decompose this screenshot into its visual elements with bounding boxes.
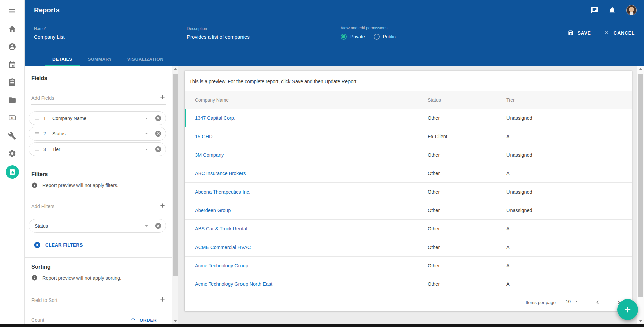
previous-page-button[interactable] bbox=[594, 298, 601, 306]
public-radio-label[interactable]: Public bbox=[383, 34, 396, 39]
add-filters-input[interactable]: Add Filters bbox=[31, 204, 54, 209]
settings-icon[interactable] bbox=[8, 149, 17, 158]
company-link[interactable]: ABC Insurance Brokers bbox=[185, 171, 428, 176]
table-row[interactable]: Aberdeen Group Other Unassigned bbox=[185, 201, 632, 220]
table-row[interactable]: 3M Company Other Unassigned bbox=[185, 146, 632, 164]
tools-icon[interactable] bbox=[8, 131, 17, 140]
user-avatar[interactable] bbox=[626, 5, 637, 15]
add-filters-plus-icon[interactable] bbox=[159, 202, 166, 209]
add-report-fab[interactable] bbox=[617, 299, 638, 320]
topbar: Reports Name* Company List Description bbox=[25, 0, 644, 66]
status-cell: Other bbox=[428, 152, 506, 158]
field-to-sort-plus-icon[interactable] bbox=[159, 296, 166, 303]
filter-pill[interactable]: Status bbox=[29, 219, 166, 233]
add-fields-plus-icon[interactable] bbox=[159, 94, 166, 101]
folder-icon[interactable] bbox=[8, 96, 17, 104]
status-cell: Other bbox=[428, 281, 506, 287]
notifications-bell-icon[interactable] bbox=[608, 6, 616, 14]
table-row[interactable]: Acme Technology Group North East Other A bbox=[185, 275, 632, 293]
scroll-up-arrow-icon[interactable] bbox=[174, 68, 177, 70]
plus-icon bbox=[623, 305, 632, 314]
field-pills: 1 Company Name 2 Status 3 Tier bbox=[31, 111, 166, 156]
chevron-down-icon[interactable] bbox=[143, 130, 150, 137]
chat-icon[interactable] bbox=[591, 6, 598, 14]
field-pill[interactable]: 1 Company Name bbox=[29, 111, 166, 125]
page-scrollbar-thumb[interactable] bbox=[638, 74, 643, 297]
filter-pill-label: Status bbox=[34, 223, 143, 229]
field-pill[interactable]: 2 Status bbox=[29, 127, 166, 141]
public-radio[interactable] bbox=[374, 34, 380, 40]
company-link[interactable]: ACME Commercial HVAC bbox=[185, 244, 428, 250]
table-row[interactable]: ABC Insurance Brokers Other A bbox=[185, 164, 632, 183]
filters-heading: Filters bbox=[31, 171, 166, 177]
clear-filters-button[interactable]: CLEAR FILTERS bbox=[34, 241, 166, 249]
items-per-page-select[interactable]: 10 bbox=[565, 298, 580, 306]
scroll-up-arrow-icon[interactable] bbox=[639, 68, 642, 70]
table-row[interactable]: 1347 Capital Corp. Other Unassigned bbox=[185, 109, 632, 127]
cancel-button[interactable]: CANCEL bbox=[603, 30, 635, 36]
private-radio[interactable] bbox=[341, 34, 347, 40]
bottom-edge-strip bbox=[0, 324, 644, 327]
drag-handle-icon[interactable] bbox=[34, 131, 39, 137]
drag-handle-icon[interactable] bbox=[34, 116, 39, 121]
items-per-page-value: 10 bbox=[566, 299, 571, 304]
tier-cell: A bbox=[506, 134, 632, 139]
remove-field-icon[interactable] bbox=[155, 130, 162, 137]
company-link[interactable]: ABS Car & Truck Rental bbox=[185, 226, 428, 231]
tier-cell: A bbox=[506, 171, 632, 176]
contacts-icon[interactable] bbox=[8, 42, 17, 51]
filter-pills: Status bbox=[31, 219, 166, 233]
panel-scrollbar[interactable] bbox=[172, 66, 178, 324]
panel-scrollbar-thumb[interactable] bbox=[173, 74, 178, 276]
company-link[interactable]: 3M Company bbox=[185, 152, 428, 158]
tier-cell: Unassigned bbox=[506, 152, 632, 158]
tier-cell: A bbox=[506, 263, 632, 268]
tab-visualization[interactable]: VISUALIZATION bbox=[120, 52, 171, 66]
private-radio-label[interactable]: Private bbox=[350, 34, 365, 39]
table-row[interactable]: Abeona Therapeutics Inc. Other Unassigne… bbox=[185, 183, 632, 201]
description-input[interactable]: Provides a list of companies bbox=[187, 34, 326, 43]
drag-handle-icon[interactable] bbox=[34, 147, 39, 152]
page-title: Reports bbox=[34, 6, 60, 14]
name-input[interactable]: Company List bbox=[34, 34, 145, 43]
remove-field-icon[interactable] bbox=[155, 115, 162, 122]
chevron-down-icon[interactable] bbox=[143, 146, 150, 152]
company-link[interactable]: Acme Technology Group bbox=[185, 263, 428, 268]
company-link[interactable]: Aberdeen Group bbox=[185, 208, 428, 213]
remove-filter-icon[interactable] bbox=[155, 222, 162, 229]
reports-icon[interactable] bbox=[6, 165, 19, 179]
page-scrollbar[interactable] bbox=[637, 66, 644, 324]
remove-field-icon[interactable] bbox=[155, 146, 162, 153]
add-fields-input[interactable]: Add Fields bbox=[31, 95, 54, 101]
billing-icon[interactable]: $ bbox=[8, 113, 17, 122]
save-button[interactable]: SAVE bbox=[568, 30, 591, 36]
save-button-label: SAVE bbox=[578, 30, 591, 36]
field-pill[interactable]: 3 Tier bbox=[29, 142, 166, 156]
field-order: 3 bbox=[43, 147, 48, 152]
company-link[interactable]: Abeona Therapeutics Inc. bbox=[185, 189, 428, 195]
field-to-sort-input[interactable]: Field to Sort bbox=[31, 297, 57, 303]
home-icon[interactable] bbox=[8, 24, 17, 33]
company-link[interactable]: 15 GHD bbox=[185, 134, 428, 139]
status-cell: Other bbox=[428, 244, 506, 250]
company-link[interactable]: Acme Technology Group North East bbox=[185, 281, 428, 287]
chevron-down-icon[interactable] bbox=[143, 115, 150, 121]
tier-cell: A bbox=[506, 244, 632, 250]
tasks-icon[interactable] bbox=[8, 78, 17, 87]
chevron-down-icon[interactable] bbox=[143, 223, 150, 229]
table-row[interactable]: ACME Commercial HVAC Other A bbox=[185, 238, 632, 257]
report-config-panel: Fields Add Fields 1 Company Name 2 Statu… bbox=[25, 66, 172, 324]
company-link[interactable]: 1347 Capital Corp. bbox=[185, 115, 428, 121]
table-row[interactable]: 15 GHD Ex-Client A bbox=[185, 127, 632, 146]
order-button[interactable]: ORDER bbox=[130, 317, 157, 323]
scroll-down-arrow-icon[interactable] bbox=[174, 320, 177, 322]
tab-details[interactable]: DETAILS bbox=[45, 52, 80, 66]
calendar-icon[interactable] bbox=[8, 60, 17, 69]
menu-icon[interactable] bbox=[8, 7, 17, 15]
scroll-down-arrow-icon[interactable] bbox=[639, 320, 642, 322]
tabs: DETAILSSUMMARYVISUALIZATION bbox=[45, 52, 171, 66]
tab-summary[interactable]: SUMMARY bbox=[80, 52, 120, 66]
table-row[interactable]: ABS Car & Truck Rental Other A bbox=[185, 220, 632, 238]
table-row[interactable]: Acme Technology Group Other A bbox=[185, 257, 632, 275]
field-pill-label: Tier bbox=[52, 147, 143, 152]
